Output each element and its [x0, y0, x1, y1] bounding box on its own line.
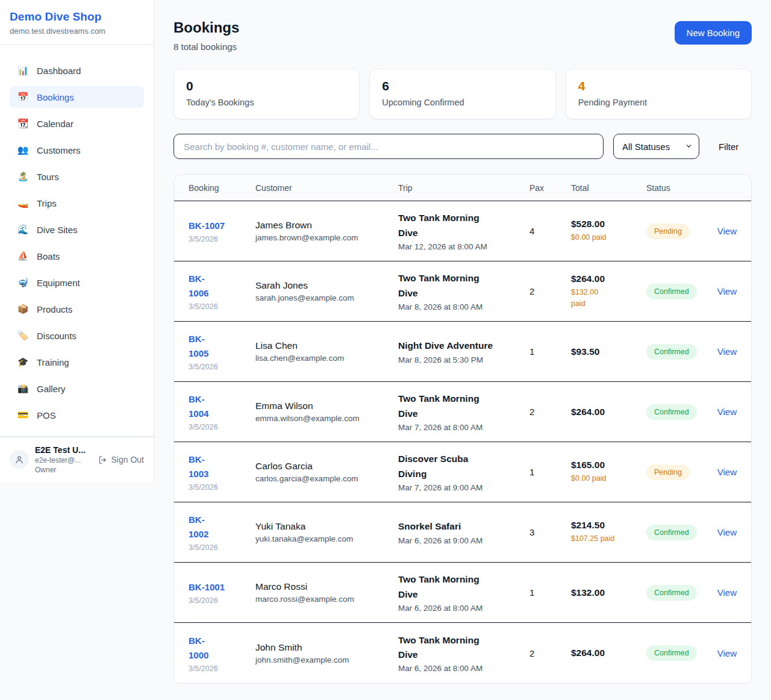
sidebar-item-icon: 🚤: [17, 198, 29, 208]
sidebar-item-icon: 🎓: [17, 357, 29, 367]
view-cell: View: [714, 226, 737, 236]
view-cell: View: [714, 467, 737, 477]
status-badge: Confirmed: [646, 525, 697, 540]
sidebar-item-label: Equipment: [37, 278, 80, 288]
booking-date: 3/5/2026: [189, 483, 255, 492]
sidebar-item-customers[interactable]: 👥 Customers: [10, 139, 144, 161]
column-header-booking: Booking: [189, 183, 255, 193]
pax-cell: 1: [529, 587, 571, 598]
booking-cell: BK- 1005 3/5/2026: [189, 332, 255, 371]
status-badge: Confirmed: [646, 284, 697, 299]
booking-date: 3/5/2026: [189, 363, 255, 371]
trip-name: Two Tank Morning Dive: [398, 211, 529, 240]
stat-label: Pending Payment: [578, 98, 739, 107]
view-link[interactable]: View: [717, 467, 737, 477]
customer-email: john.smith@example.com: [255, 655, 398, 664]
sign-out-button[interactable]: Sign Out: [98, 455, 144, 464]
stat-label: Today's Bookings: [186, 98, 347, 107]
pax-cell: 3: [529, 527, 571, 537]
sidebar-item-icon: 📦: [17, 304, 29, 314]
trip-datetime: Mar 12, 2026 at 8:00 AM: [398, 242, 529, 251]
booking-id-link[interactable]: BK- 1004: [189, 392, 255, 421]
customer-cell: Sarah Jones sarah.jones@example.com: [255, 280, 398, 302]
sidebar-item-gallery[interactable]: 📸 Gallery: [10, 378, 144, 399]
sidebar-item-label: Customers: [37, 145, 81, 155]
brand-block: Demo Dive Shop demo.test.divestreams.com: [0, 0, 154, 45]
view-link[interactable]: View: [717, 226, 737, 236]
sidebar-item-icon: 📸: [17, 383, 29, 394]
total-cell: $264.00: [571, 648, 646, 658]
trip-cell: Two Tank Morning Dive Mar 6, 2026 at 8:0…: [398, 633, 529, 673]
shop-name[interactable]: Demo Dive Shop: [10, 10, 144, 23]
customer-cell: Lisa Chen lisa.chen@example.com: [255, 340, 398, 363]
trip-datetime: Mar 6, 2026 at 9:00 AM: [398, 536, 529, 545]
customer-cell: Emma Wilson emma.wilson@example.com: [255, 401, 398, 423]
trip-name: Snorkel Safari: [398, 519, 529, 534]
sidebar-item-tours[interactable]: 🏝️ Tours: [10, 166, 144, 187]
total-amount: $264.00: [571, 273, 646, 284]
sidebar-item-products[interactable]: 📦 Products: [10, 298, 144, 320]
booking-id-link[interactable]: BK- 1005: [189, 332, 255, 361]
paid-amount: $0.00 paid: [571, 473, 646, 484]
sidebar-item-discounts[interactable]: 🏷️ Discounts: [10, 325, 144, 346]
table-header-row: BookingCustomerTripPaxTotalStatus: [174, 175, 751, 201]
view-link[interactable]: View: [717, 286, 737, 296]
customer-name: Marco Rossi: [255, 581, 398, 592]
sidebar-item-dashboard[interactable]: 📊 Dashboard: [10, 60, 144, 81]
trip-datetime: Mar 7, 2026 at 8:00 AM: [398, 423, 529, 432]
booking-cell: BK- 1002 3/5/2026: [189, 513, 255, 552]
sidebar-item-equipment[interactable]: 🤿 Equipment: [10, 272, 144, 293]
shop-domain: demo.test.divestreams.com: [10, 27, 144, 36]
booking-id-link[interactable]: BK- 1006: [189, 272, 255, 301]
status-select[interactable]: All Statuses: [613, 134, 699, 159]
total-amount: $264.00: [571, 648, 646, 658]
column-header-trip: Trip: [398, 183, 529, 193]
sidebar-nav: 📊 Dashboard 📅 Bookings 📆 Calendar 👥 Cust…: [0, 45, 154, 436]
view-link[interactable]: View: [717, 527, 737, 537]
sidebar-item-calendar[interactable]: 📆 Calendar: [10, 113, 144, 134]
trip-name: Two Tank Morning Dive: [398, 633, 529, 662]
sidebar-item-boats[interactable]: ⛵ Boats: [10, 245, 144, 267]
sidebar-item-label: POS: [37, 410, 56, 420]
view-link[interactable]: View: [717, 587, 737, 598]
stats-cards: 0 Today's Bookings 6 Upcoming Confirmed …: [173, 69, 752, 119]
view-link[interactable]: View: [717, 648, 737, 658]
booking-id-link[interactable]: BK- 1002: [189, 513, 255, 542]
trip-datetime: Mar 7, 2026 at 9:00 AM: [398, 483, 529, 492]
trip-cell: Two Tank Morning Dive Mar 7, 2026 at 8:0…: [398, 392, 529, 431]
sidebar-item-dive-sites[interactable]: 🌊 Dive Sites: [10, 219, 144, 240]
new-booking-button[interactable]: New Booking: [675, 21, 752, 45]
booking-id-link[interactable]: BK-1007: [189, 219, 255, 233]
sidebar-item-training[interactable]: 🎓 Training: [10, 351, 144, 373]
booking-cell: BK- 1004 3/5/2026: [189, 392, 255, 431]
trip-cell: Night Dive Adventure Mar 8, 2026 at 5:30…: [398, 339, 529, 364]
customer-cell: Marco Rossi marco.rossi@example.com: [255, 581, 398, 604]
stat-card: 4 Pending Payment: [566, 69, 752, 119]
paid-amount: $0.00 paid: [571, 232, 646, 243]
table-row: BK- 1002 3/5/2026 Yuki Tanaka yuki.tanak…: [174, 502, 751, 563]
booking-id-link[interactable]: BK- 1003: [189, 452, 255, 481]
booking-id-link[interactable]: BK- 1000: [189, 634, 255, 663]
customer-email: sarah.jones@example.com: [255, 293, 398, 302]
status-cell: Confirmed: [646, 585, 714, 601]
booking-date: 3/5/2026: [189, 543, 255, 552]
view-link[interactable]: View: [717, 346, 737, 357]
sidebar-item-icon: 📅: [17, 92, 29, 102]
stat-value: 4: [578, 80, 739, 92]
customer-name: Lisa Chen: [255, 340, 398, 351]
filter-row: All Statuses Filter: [173, 134, 752, 159]
sidebar-item-label: Bookings: [37, 92, 74, 102]
sidebar-item-trips[interactable]: 🚤 Trips: [10, 192, 144, 214]
pax-cell: 2: [529, 648, 571, 658]
booking-date: 3/5/2026: [189, 664, 255, 673]
status-cell: Confirmed: [646, 525, 714, 540]
booking-id-link[interactable]: BK-1001: [189, 580, 255, 595]
filter-button[interactable]: Filter: [719, 142, 738, 152]
sidebar-item-bookings[interactable]: 📅 Bookings: [10, 86, 144, 108]
search-input[interactable]: [173, 134, 604, 159]
view-link[interactable]: View: [717, 407, 737, 417]
total-cell: $528.00 $0.00 paid: [571, 219, 646, 243]
page-header: Bookings 8 total bookings New Booking: [173, 19, 752, 52]
sidebar-item-pos[interactable]: 💳 POS: [10, 404, 144, 426]
pax-cell: 4: [529, 226, 571, 236]
